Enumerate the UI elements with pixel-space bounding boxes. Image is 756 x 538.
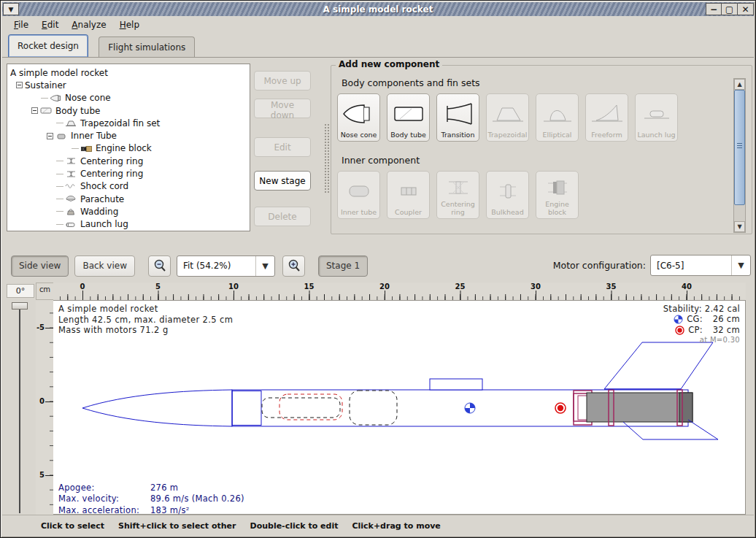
centering-ring-icon [438,174,478,201]
fin-icon [65,118,77,128]
tree-item-launch-lug[interactable]: Launch lug [7,218,250,231]
tree-item-shock-cord[interactable]: Shock cord [7,180,250,193]
menu-edit[interactable]: Edit [36,18,64,32]
rocket-info-line: A simple model rocket [58,304,233,315]
window-menu-button[interactable]: ▼ [3,3,19,15]
parachute-icon [65,194,77,204]
stage-1-toggle[interactable]: Stage 1 [318,255,368,277]
component-button-label: Inner tube [341,209,377,217]
motor-configuration-combo[interactable]: [C6-5] ▼ [650,255,751,276]
delete-button[interactable]: Delete [254,207,311,226]
stability-info: Stability: 2.42 cal CG: 26 cm CP: 32 cm … [663,304,740,346]
component-button-bulkhead[interactable]: Bulkhead [486,171,529,219]
component-button-inner-tube[interactable]: Inner tube [337,171,380,219]
menu-file[interactable]: File [8,18,34,32]
launch-lug-icon [65,220,77,229]
rotation-slider-track[interactable] [19,306,20,513]
zoom-level-combo[interactable]: Fit (54.2%) ▼ [177,255,275,277]
rotation-slider-handle[interactable] [12,302,28,310]
new-stage-button[interactable]: New stage [254,171,311,191]
tree-item-wadding[interactable]: Wadding [7,205,250,218]
engine-block-icon [537,174,577,201]
tab-rocket-design[interactable]: Rocket design [8,34,88,57]
tree-item-sustainer[interactable]: Sustainer [7,79,250,91]
centering-ring-icon [65,169,77,179]
inner-tube-icon [55,131,68,141]
tree-item-parachute[interactable]: Parachute [7,193,250,205]
scrollbar-thumb[interactable] [734,90,745,205]
scroll-down-arrow-icon[interactable]: ▼ [734,221,745,232]
tree-item-nose-cone[interactable]: Nose cone [7,92,250,104]
window-menu-icon: ▼ [9,6,14,13]
maximize-button[interactable]: ▢ [722,3,738,15]
component-button-nose-cone[interactable]: Nose cone [337,93,380,142]
tree-item-trapezoidal-fin-set[interactable]: Trapezoidal fin set [7,117,250,129]
rocket-info-text: A simple model rocketLength 42.5 cm, max… [58,304,233,336]
cg-value: 26 cm [706,314,740,324]
zoom-in-button[interactable] [282,255,305,277]
app-window: ▼ A simple model rocket − ▢ ✕ FileEditAn… [0,0,756,538]
tree-item-label: Shock cord [80,181,128,191]
component-button-label: Transition [441,131,475,139]
hruler-label: 30 [531,283,541,291]
tab-flight-simulations[interactable]: Flight simulations [99,36,195,57]
zoom-level-value: Fit (54.2%) [177,261,255,271]
component-button-coupler[interactable]: Coupler [387,171,430,219]
side-view-button[interactable]: Side view [11,255,69,277]
chevron-down-icon: ▼ [255,256,274,276]
tree-expander-icon[interactable] [47,133,53,139]
vruler-label: 0 [39,397,45,405]
tree-guide-line [56,224,63,225]
scroll-up-arrow-icon[interactable]: ▲ [734,79,745,90]
tree-item-centering-ring[interactable]: Centering ring [7,155,250,167]
menu-analyze[interactable]: Analyze [66,18,112,32]
component-tree[interactable]: A simple model rocketSustainerNose coneB… [7,64,250,231]
component-button-label: Trapezoidal [488,131,528,139]
component-panel-scrollbar[interactable]: ▲ ▼ [733,78,746,233]
component-button-label: Coupler [395,209,422,217]
component-button-label: Launch lug [637,131,675,139]
component-button-centering-ring[interactable]: Centering ring [436,171,479,219]
nose-cone-shape[interactable] [82,390,232,426]
tree-item-engine-block[interactable]: Engine block [7,142,250,155]
fin-upper-shape[interactable] [604,342,713,389]
component-button-launch-lug[interactable]: Launch lug [635,93,678,142]
component-button-freeform[interactable]: Freeform [585,93,628,142]
back-view-button[interactable]: Back view [74,255,135,277]
minimize-button[interactable]: − [706,3,722,15]
hruler-label: 10 [228,283,239,291]
vertical-splitter[interactable] [324,123,331,193]
tree-guide-line [56,186,63,187]
tree-expander-icon[interactable] [16,82,23,88]
tree-item-label: Centering ring [80,156,143,166]
tree-guide-line [56,199,63,199]
status-hint: Click to select [41,521,104,531]
menu-help[interactable]: Help [114,18,145,32]
component-button-engine-block[interactable]: Engine block [536,171,579,219]
move-up-button[interactable]: Move up [254,71,311,91]
component-button-label: Nose cone [341,131,377,139]
launch-lug-shape[interactable] [430,379,482,390]
move-down-button[interactable]: Move down [254,99,311,118]
status-hint: Shift+click to select other [118,521,236,531]
zoom-out-button[interactable] [148,255,171,277]
rocket-canvas[interactable]: A simple model rocketLength 42.5 cm, max… [53,300,746,515]
tree-item-body-tube[interactable]: Body tube [7,104,250,117]
edit-button[interactable]: Edit [254,137,311,157]
component-button-trapezoidal[interactable]: Trapezoidal [486,93,529,142]
tree-item-inner-tube[interactable]: Inner Tube [7,129,250,142]
motor-nozzle-shape [679,393,693,422]
component-button-body-tube[interactable]: Body tube [387,93,430,142]
tree-item-centering-ring[interactable]: Centering ring [7,167,250,180]
component-button-elliptical[interactable]: Elliptical [536,93,579,142]
launch-lug-icon [636,96,676,131]
flight-summary: Apogee:276 mMax. velocity:89.6 m/s (Mach… [58,483,244,516]
fin-elliptical-icon [537,96,577,131]
tree-item-a-simple-model-rocket[interactable]: A simple model rocket [7,66,250,79]
transition-icon [438,96,478,131]
tree-expander-icon[interactable] [31,107,38,114]
tab-row: Rocket designFlight simulations [2,33,754,58]
tree-item-label: Wadding [80,207,118,217]
close-button[interactable]: ✕ [738,3,754,15]
component-button-transition[interactable]: Transition [436,93,479,142]
